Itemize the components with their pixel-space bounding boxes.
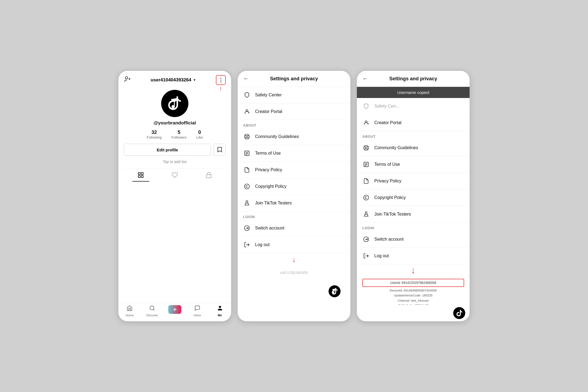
screen3-title: Settings and privacy [373,76,454,82]
handle-text: @yourbrandofficial [154,120,196,126]
settings-safety-center[interactable]: Safety Center [238,87,350,103]
create-button[interactable] [168,305,181,314]
profile-header: user410404393264 ▼ ⋮ ↑ [118,71,231,87]
settings-creator-portal-3[interactable]: Creator Portal [357,115,470,131]
username-copied-toast: Username copied [357,87,470,98]
svg-line-17 [245,135,246,136]
edit-profile-button[interactable]: Edit profile [124,144,211,156]
nav-create[interactable] [164,305,186,317]
privacy-policy-label: Privacy Policy [255,167,282,172]
update-code: UpdateVerionCode: 180325 [362,293,464,298]
settings-join-testers-3[interactable]: Join TikTok Testers [357,206,470,223]
device-info: DeviceId: 6914849855807424006 UpdateVeri… [357,288,470,305]
three-dots-button[interactable]: ⋮ [216,75,226,85]
flask-icon [243,199,251,207]
community-guidelines-label: Community Guidelines [255,134,299,139]
login-section-label: LOGIN [238,212,350,220]
settings-creator-portal[interactable]: Creator Portal [238,103,350,120]
svg-line-34 [367,146,368,147]
svg-line-32 [365,146,366,147]
red-arrow-down-3: ↓ [357,264,470,277]
settings-safety-center-3[interactable]: Safety Cen... [357,98,470,115]
settings-list-3: Safety Cen... Creator Portal ABOUT [357,98,470,305]
settings-list-2: Safety Center Creator Portal ABOUT [238,87,350,305]
svg-line-20 [245,137,246,139]
phone-screen-3: ← Settings and privacy Username copied S… [356,70,470,322]
svg-rect-3 [138,173,140,174]
tiktok-fab-2[interactable] [329,285,341,297]
back-button-3[interactable]: ← [362,75,368,82]
svg-point-25 [244,184,249,189]
channel: Channel: lark_inhouse [362,298,464,303]
tiktok-fab-3[interactable] [453,307,465,319]
bio-placeholder[interactable]: Tap to add bio [163,160,187,164]
me-icon [217,305,223,313]
log-out-label-3: Log out [374,253,389,258]
settings-switch-account-3[interactable]: Switch account [357,231,470,248]
privacy-icon [243,166,251,174]
followers-label: Followers [171,135,187,139]
settings-privacy-policy-3[interactable]: Privacy Policy [357,173,470,189]
settings-copyright-policy-3[interactable]: Copyright Policy [357,189,470,206]
login-section-label-3: LOGIN [357,223,470,231]
settings-terms-of-use[interactable]: Terms of Use [238,145,350,162]
settings-log-out-3[interactable]: Log out [357,248,470,264]
settings-community-guidelines[interactable]: Community Guidelines [238,128,350,145]
terms-icon-3 [362,161,370,168]
svg-point-0 [125,76,128,79]
copyright-icon [243,183,251,190]
svg-rect-5 [138,176,140,177]
content-tab-bar [124,168,226,182]
following-count: 32 [151,130,157,135]
svg-line-33 [367,149,368,150]
profile-content: @yourbrandofficial 32 Following 5 Follow… [118,87,231,303]
settings-log-out[interactable]: Log out [238,237,350,253]
settings-screen-3: ← Settings and privacy Username copied S… [357,71,470,321]
shield-icon-3 [362,102,370,110]
svg-point-31 [365,147,367,149]
svg-line-19 [248,135,249,136]
settings-privacy-policy[interactable]: Privacy Policy [238,162,350,178]
settings-copyright-policy[interactable]: Copyright Policy [238,178,350,195]
nav-discover-label: Discover [146,314,158,317]
svg-line-18 [248,137,249,139]
svg-line-35 [365,149,366,150]
about-section-label: ABOUT [238,120,350,128]
settings-screen-2: ← Settings and privacy Safety Center [238,71,350,321]
username-text: user410404393264 [151,77,191,83]
following-stat[interactable]: 32 Following [147,130,162,139]
back-button-2[interactable]: ← [243,75,249,82]
settings-terms-of-use-3[interactable]: Terms of Use [357,156,470,173]
nav-inbox[interactable]: Inbox [186,305,209,317]
likes-stat[interactable]: 0 Like [196,130,203,139]
community-guidelines-label-3: Community Guidelines [374,145,418,150]
tab-private[interactable] [192,169,226,182]
log-out-label: Log out [255,242,270,247]
svg-point-12 [219,306,221,308]
logout-icon [243,241,251,249]
screen2-title: Settings and privacy [253,76,335,82]
terms-of-use-label-3: Terms of Use [374,162,400,167]
tab-grid[interactable] [124,169,158,182]
nav-home[interactable]: Home [118,305,141,317]
svg-rect-7 [206,175,211,178]
copyright-policy-label-3: Copyright Policy [374,195,406,200]
nav-me[interactable]: Me [209,305,231,317]
bookmark-button[interactable] [214,144,226,156]
followers-stat[interactable]: 5 Followers [171,130,187,139]
switch-account-label-3: Switch account [374,237,404,242]
add-friend-icon[interactable] [124,76,131,84]
nav-me-label: Me [218,314,222,317]
phone-screen-2: ← Settings and privacy Safety Center [237,70,351,322]
settings-community-guidelines-3[interactable]: Community Guidelines [357,140,470,156]
likes-count: 0 [198,130,201,135]
settings-switch-account[interactable]: Switch account [238,220,350,237]
profile-username[interactable]: user410404393264 ▼ [151,77,196,83]
bottom-navigation: Home Discover [118,303,231,321]
home-icon [127,305,133,313]
git-sha: GitSHA: 2ad7304fe02 [362,303,464,305]
settings-join-testers[interactable]: Join TikTok Testers [238,195,350,212]
tab-liked[interactable] [158,169,192,182]
nav-discover[interactable]: Discover [141,305,164,317]
followers-count: 5 [178,130,180,135]
